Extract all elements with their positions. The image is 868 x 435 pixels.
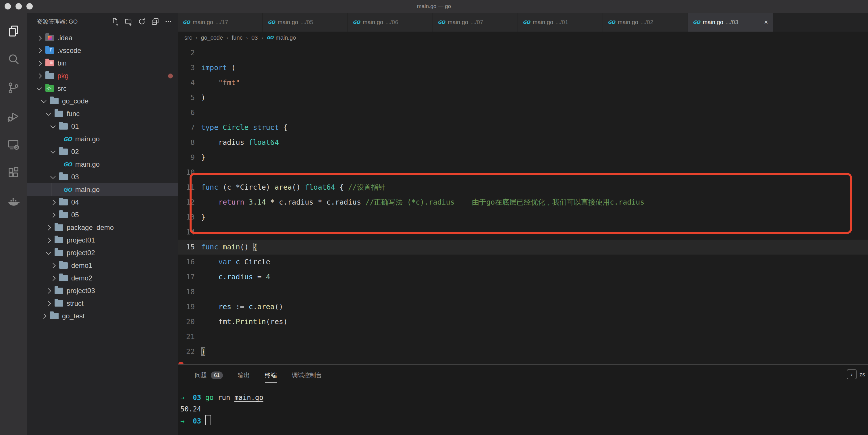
- explorer-icon[interactable]: [0, 17, 27, 45]
- tree-folder-project01[interactable]: project01: [27, 234, 178, 247]
- tree-folder-go_code[interactable]: go_code: [27, 95, 178, 107]
- close-icon[interactable]: ×: [764, 19, 768, 26]
- code-line[interactable]: 6: [178, 105, 868, 120]
- tree-file-main.go[interactable]: GOmain.go: [27, 183, 178, 196]
- code-line[interactable]: 19 res := c.area(): [178, 300, 868, 314]
- panel-tab-item[interactable]: 问题61: [195, 365, 223, 385]
- code-line[interactable]: 10: [178, 165, 868, 180]
- panel-tab-item[interactable]: 调试控制台: [292, 365, 322, 385]
- chevron-down-icon[interactable]: [46, 249, 51, 254]
- code-line[interactable]: 16 var c Circle: [178, 254, 868, 270]
- chevron-right-icon[interactable]: [50, 212, 56, 218]
- tree-folder-demo2[interactable]: demo2: [27, 272, 178, 284]
- tree-folder-bin[interactable]: bin: [27, 57, 178, 69]
- tree-folder-01[interactable]: 01: [27, 120, 178, 133]
- tree-folder-func[interactable]: func: [27, 107, 178, 120]
- tree-folder-.vscode[interactable]: .vscode: [27, 44, 178, 57]
- collapse-folders-icon[interactable]: [149, 16, 161, 27]
- code-line[interactable]: 3import (: [178, 60, 868, 75]
- new-file-icon[interactable]: [110, 16, 121, 27]
- tab-main-go-01[interactable]: GOmain.go.../01: [518, 13, 603, 32]
- chevron-right-icon[interactable]: [46, 238, 51, 243]
- tree-folder-struct[interactable]: struct: [27, 297, 178, 310]
- chevron-down-icon[interactable]: [41, 98, 46, 103]
- terminal-file-link[interactable]: main.go: [235, 394, 264, 402]
- terminal-picker[interactable]: › zs: [847, 370, 865, 379]
- tree-folder-03[interactable]: 03: [27, 171, 178, 183]
- tree-folder-02[interactable]: 02: [27, 145, 178, 158]
- more-actions-icon[interactable]: [162, 16, 174, 27]
- code-line[interactable]: 11func (c *Circle) area() float64 { //设置…: [178, 180, 868, 195]
- source-control-icon[interactable]: [0, 73, 27, 102]
- tab-main-go-03[interactable]: GOmain.go.../03×: [688, 13, 773, 32]
- panel-tab-terminal-active[interactable]: 终端: [265, 365, 277, 385]
- code-line[interactable]: 4 "fmt": [178, 75, 868, 90]
- terminal-output[interactable]: → 03 go run main.go50.24→ 03: [180, 392, 868, 426]
- code-line[interactable]: 14: [178, 225, 868, 240]
- tree-folder-04[interactable]: 04: [27, 196, 178, 209]
- code-line[interactable]: 2: [178, 45, 868, 60]
- tab-main-go-06[interactable]: GOmain.go.../06: [348, 13, 433, 32]
- new-folder-icon[interactable]: [123, 16, 134, 27]
- tab-main-go-07[interactable]: GOmain.go.../07: [433, 13, 518, 32]
- code-editor[interactable]: 23import (4 "fmt"5)67type Circle struct …: [178, 44, 868, 364]
- code-line[interactable]: 13}: [178, 210, 868, 225]
- chevron-down-icon[interactable]: [36, 85, 42, 90]
- code-line[interactable]: 5): [178, 90, 868, 105]
- refresh-explorer-icon[interactable]: [136, 16, 148, 27]
- code-line[interactable]: 21: [178, 329, 868, 344]
- chevron-right-icon[interactable]: [50, 200, 56, 205]
- chevron-right-icon[interactable]: [36, 48, 42, 53]
- extensions-icon[interactable]: [0, 159, 27, 187]
- tree-folder-project03[interactable]: project03: [27, 284, 178, 297]
- chevron-down-icon[interactable]: [50, 123, 56, 128]
- tree-file-main.go[interactable]: GOmain.go: [27, 158, 178, 171]
- code-line[interactable]: 17 c.radius = 4: [178, 270, 868, 284]
- tab-main-go-02[interactable]: GOmain.go.../02: [603, 13, 688, 32]
- code-line[interactable]: 7type Circle struct {: [178, 120, 868, 135]
- chevron-right-icon[interactable]: [36, 35, 42, 40]
- token: (): [275, 303, 283, 311]
- search-icon[interactable]: [0, 45, 27, 73]
- breadcrumb-file[interactable]: main.go: [275, 34, 296, 41]
- remote-explorer-icon[interactable]: [0, 130, 27, 159]
- chevron-right-icon[interactable]: [50, 263, 56, 268]
- chevron-down-icon[interactable]: [50, 148, 56, 153]
- code-line[interactable]: 12 return 3.14 * c.radius * c.radius //正…: [178, 195, 868, 210]
- code-line[interactable]: 18: [178, 284, 868, 300]
- breadcrumb-item[interactable]: src: [184, 34, 192, 41]
- tree-folder-05[interactable]: 05: [27, 209, 178, 221]
- chevron-right-icon[interactable]: [50, 276, 56, 281]
- chevron-right-icon[interactable]: [46, 301, 51, 306]
- code-line[interactable]: 23: [178, 359, 868, 364]
- tree-folder-package_demo[interactable]: package_demo: [27, 221, 178, 234]
- chevron-right-icon[interactable]: [46, 288, 51, 293]
- breadcrumb-item[interactable]: go_code: [201, 34, 223, 41]
- chevron-right-icon[interactable]: [41, 313, 46, 319]
- code-line[interactable]: 8 radius float64: [178, 135, 868, 150]
- tree-folder-demo1[interactable]: demo1: [27, 259, 178, 272]
- code-line[interactable]: 22}: [178, 344, 868, 359]
- panel-tab-item[interactable]: 输出: [238, 365, 250, 385]
- tree-folder-go_test[interactable]: go_test: [27, 310, 178, 322]
- tab-main-go-17[interactable]: GOmain.go.../17: [178, 13, 263, 32]
- go-file-icon: GO: [438, 20, 445, 25]
- breadcrumb-item[interactable]: func: [232, 34, 243, 41]
- breadcrumb-item[interactable]: 03: [251, 34, 258, 41]
- run-and-debug-icon[interactable]: [0, 102, 27, 130]
- chevron-down-icon[interactable]: [50, 174, 56, 179]
- chevron-right-icon[interactable]: [46, 225, 51, 230]
- docker-icon[interactable]: [0, 187, 27, 216]
- tree-folder-.idea[interactable]: .idea: [27, 32, 178, 44]
- tree-folder-src[interactable]: src: [27, 82, 178, 95]
- code-line[interactable]: 20 fmt.Println(res): [178, 314, 868, 329]
- tab-main-go-05[interactable]: GOmain.go.../05: [263, 13, 348, 32]
- tree-file-main.go[interactable]: GOmain.go: [27, 133, 178, 145]
- tree-folder-pkg[interactable]: pkg: [27, 69, 178, 82]
- tree-folder-project02[interactable]: project02: [27, 247, 178, 259]
- code-line[interactable]: 15func main() {: [178, 240, 868, 254]
- chevron-down-icon[interactable]: [46, 110, 51, 116]
- code-line[interactable]: 9}: [178, 150, 868, 165]
- chevron-right-icon[interactable]: [36, 73, 42, 79]
- chevron-right-icon[interactable]: [36, 61, 42, 66]
